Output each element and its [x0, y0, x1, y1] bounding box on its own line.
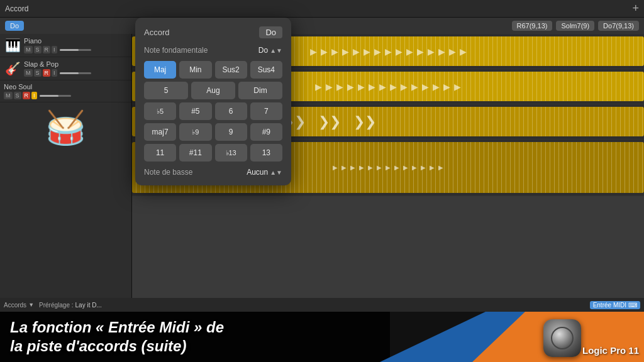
slap-controls: Slap & Pop M S R I — [24, 60, 91, 77]
slap-s-btn[interactable]: S — [34, 69, 42, 77]
bottom-toolbar: Accords ▼ Préréglage : Lay it D... Entré… — [0, 298, 644, 312]
caption-line2: la piste d'accords (suite) — [10, 337, 186, 354]
sidebar: 🎹 Piano M S R I 🎸 Slap & Pop M S — [0, 34, 132, 312]
piano-i-btn[interactable]: I — [52, 46, 57, 53]
ext-row2-grid: ♭5 #5 6 7 — [144, 102, 282, 120]
track-slap: 🎸 Slap & Pop M S R I — [0, 57, 131, 80]
chord-popup: Accord Do Note fondamentale Do ▲▼ Maj Mi… — [135, 18, 291, 185]
note-fond-chevron: ▲▼ — [270, 47, 282, 54]
neosoul-volume-slider[interactable] — [40, 95, 71, 97]
piano-track-name: Piano — [24, 37, 91, 45]
note-basse-chevron: ▲▼ — [270, 169, 282, 176]
neosoul-s-btn[interactable]: S — [14, 92, 21, 99]
quality-buttons-grid: Maj Min Sus2 Sus4 — [144, 61, 282, 79]
piano-msri: M S R I — [24, 46, 91, 53]
drum-kit-icon: 🥁 — [0, 102, 131, 153]
toolbar-accords-btn[interactable]: Accords ▼ — [4, 302, 34, 309]
chord-pill-r67[interactable]: R67(9,13) — [512, 21, 553, 31]
neosoul-i-btn[interactable]: I — [31, 92, 37, 99]
ext-b5-btn[interactable]: ♭5 — [144, 102, 176, 120]
ext-aug-btn[interactable]: Aug — [191, 82, 235, 99]
bottom-bar: La fonction « Entrée Midi » de la piste … — [0, 312, 644, 362]
ext-11-btn[interactable]: 11 — [144, 144, 176, 162]
quality-min-btn[interactable]: Min — [179, 61, 211, 79]
note-basse-row: Note de basse Aucun ▲▼ — [144, 168, 282, 177]
caption-line1: La fonction « Entrée Midi » de — [10, 319, 224, 336]
branding-overlay: Logic Pro 11 — [380, 312, 644, 362]
ext-s9-btn[interactable]: #9 — [250, 123, 282, 141]
quality-maj-btn[interactable]: Maj — [144, 61, 176, 79]
popup-accord-value: Do — [259, 26, 282, 38]
popup-note-fond-row: Note fondamentale Do ▲▼ — [144, 46, 282, 55]
chord-bar: Do R67(9,13) Solm7(9) Do7(9,13) — [0, 18, 644, 34]
piano-s-btn[interactable]: S — [34, 46, 42, 53]
neosoul-m-btn[interactable]: M — [4, 92, 13, 99]
piano-r-btn[interactable]: R — [43, 46, 51, 53]
top-bar: Accord + — [0, 0, 644, 18]
top-bar-title: Accord — [5, 4, 632, 13]
neosoul-msri: M S R I — [4, 92, 128, 99]
neosoul-track-name: Neo Soul — [4, 83, 128, 90]
slap-volume-slider[interactable] — [60, 72, 91, 74]
ext-row3-grid: maj7 ♭9 9 #9 — [144, 123, 282, 141]
quality-sus2-btn[interactable]: Sus2 — [215, 61, 247, 79]
chord-pill-do[interactable]: Do — [5, 21, 24, 31]
slap-msri: M S R I — [24, 69, 91, 77]
logic-pro-icon — [543, 319, 581, 357]
piano-controls: Piano M S R I — [24, 37, 91, 53]
ext-maj7-btn[interactable]: maj7 — [144, 123, 176, 141]
neosoul-r-btn[interactable]: R — [23, 92, 31, 99]
chord-pill-do7[interactable]: Do7(9,13) — [598, 21, 639, 31]
ext-b9-btn[interactable]: ♭9 — [179, 123, 211, 141]
piano-m-btn[interactable]: M — [24, 46, 33, 53]
neosoul-controls: Neo Soul M S R I — [4, 83, 128, 99]
slap-track-name: Slap & Pop — [24, 60, 91, 68]
note-basse-label: Note de basse — [144, 168, 247, 177]
toolbar-prereglage-btn[interactable]: Préréglage : Lay it D... — [39, 302, 102, 309]
ext-6-btn[interactable]: 6 — [215, 102, 247, 120]
slap-m-btn[interactable]: M — [24, 69, 33, 77]
ext-row4-grid: 11 #11 ♭13 13 — [144, 144, 282, 162]
track-piano: 🎹 Piano M S R I — [0, 34, 131, 57]
ext-9-btn[interactable]: 9 — [215, 123, 247, 141]
note-fondamentale-label: Note fondamentale — [144, 46, 258, 55]
popup-header: Accord Do — [144, 26, 282, 38]
note-basse-value[interactable]: Aucun ▲▼ — [247, 168, 282, 177]
ext-dim-btn[interactable]: Dim — [238, 82, 282, 99]
chord-pill-solm7[interactable]: Solm7(9) — [556, 21, 594, 31]
ext-7-btn[interactable]: 7 — [250, 102, 282, 120]
logic-pro-label: Logic Pro 11 — [582, 345, 639, 356]
ext-13-btn[interactable]: 13 — [250, 144, 282, 162]
popup-accord-label: Accord — [144, 28, 255, 37]
ext-s5-btn[interactable]: #5 — [179, 102, 211, 120]
slap-i-btn[interactable]: I — [52, 69, 57, 77]
ext-s11-btn[interactable]: #11 — [179, 144, 211, 162]
caption-text: La fonction « Entrée Midi » de la piste … — [10, 318, 380, 356]
track-neosoul: Neo Soul M S R I — [0, 80, 131, 102]
caption-area: La fonction « Entrée Midi » de la piste … — [0, 312, 390, 362]
quality-sus4-btn[interactable]: Sus4 — [250, 61, 282, 79]
ext-5-btn[interactable]: 5 — [144, 82, 188, 99]
ext-row1-grid: 5 Aug Dim — [144, 82, 282, 99]
add-track-button[interactable]: + — [632, 2, 639, 15]
slap-r-btn[interactable]: R — [43, 69, 51, 77]
piano-volume-slider[interactable] — [60, 49, 91, 51]
note-fondamentale-value[interactable]: Do ▲▼ — [258, 46, 282, 55]
ext-b13-btn[interactable]: ♭13 — [215, 144, 247, 162]
main-area: 🎹 Piano M S R I 🎸 Slap & Pop M S — [0, 34, 644, 312]
piano-icon: 🎹 — [4, 36, 21, 54]
bass-guitar-icon: 🎸 — [4, 60, 21, 77]
logic-knob — [551, 327, 574, 349]
toolbar-entree-midi-btn[interactable]: Entrée MIDI ⌨ — [590, 301, 640, 309]
